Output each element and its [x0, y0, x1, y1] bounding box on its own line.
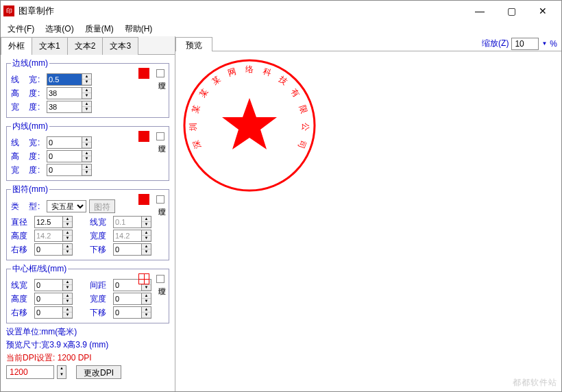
texture-checkbox-center[interactable] [156, 275, 164, 283]
svg-text:络: 络 [245, 64, 254, 74]
svg-text:某: 某 [210, 74, 222, 86]
tab-text3[interactable]: 文本3 [102, 37, 138, 55]
outer-width-spinner[interactable]: ▲▼ [47, 101, 92, 113]
svg-marker-1 [222, 98, 277, 149]
menu-bar: 文件(F) 选项(O) 质量(M) 帮助(H) [1, 21, 561, 36]
symbol-button[interactable]: 图符 [89, 199, 115, 213]
svg-text:科: 科 [262, 66, 273, 78]
dpi-input[interactable] [6, 365, 54, 379]
group-symbol: 图符(mm) 纹理 类 型: 实五星 图符 直径▲▼ 高度▲▼ 右移▲▼ 线宽▲… [6, 184, 169, 260]
zoom-label: 缩放(Z) [482, 38, 509, 49]
svg-text:某: 某 [190, 104, 201, 115]
unit-info: 设置单位:mm(毫米) [6, 326, 169, 338]
svg-text:圳: 圳 [188, 123, 198, 132]
symbol-linewidth-spinner[interactable]: ▲▼ [113, 216, 151, 228]
app-icon: 印 [3, 5, 14, 16]
legend-inner: 内线(mm) [11, 121, 49, 132]
inner-height-spinner[interactable]: ▲▼ [47, 150, 92, 162]
legend-center: 中心框/线(mm) [11, 263, 68, 275]
symbol-diameter-spinner[interactable]: ▲▼ [34, 216, 73, 228]
tab-outer[interactable]: 外框 [1, 37, 32, 55]
inner-width-spinner[interactable]: ▲▼ [47, 164, 92, 176]
symbol-width-spinner[interactable]: ▲▼ [113, 230, 151, 242]
svg-text:限: 限 [297, 104, 309, 115]
texture-checkbox-symbol[interactable] [156, 195, 164, 204]
svg-text:公: 公 [301, 123, 310, 131]
color-swatch-outer[interactable] [138, 68, 149, 79]
preview-area: 深圳某某某网络科技有限公司 都都软件站 [175, 51, 561, 391]
zoom-dropdown-icon[interactable]: ▼ [541, 40, 547, 47]
group-inner-line: 内线(mm) 纹理 线 宽: ▲▼ 高 度: ▲▼ 宽 度: ▲▼ [6, 121, 169, 181]
dpi-info: 当前DPI设置: 1200 DPI [6, 352, 169, 364]
svg-text:技: 技 [276, 73, 289, 86]
svg-text:司: 司 [296, 139, 308, 150]
change-dpi-button[interactable]: 更改DPI [76, 365, 121, 379]
watermark: 都都软件站 [513, 377, 557, 389]
tab-text1[interactable]: 文本1 [32, 37, 68, 55]
stamp-preview: 深圳某某某网络科技有限公司 [181, 57, 318, 194]
zoom-input[interactable] [511, 38, 539, 50]
group-center: 中心框/线(mm) 纹理 线宽▲▼ 高度▲▼ 右移▲▼ 间距▲▼ 宽度▲▼ 下移… [6, 263, 169, 323]
texture-checkbox-inner[interactable] [156, 132, 164, 140]
tab-text2[interactable]: 文本2 [67, 37, 103, 55]
symbol-height-spinner[interactable]: ▲▼ [34, 230, 73, 242]
texture-checkbox-outer[interactable] [156, 69, 164, 77]
maximize-button[interactable]: ▢ [496, 1, 527, 21]
center-cross-icon[interactable] [138, 273, 149, 284]
size-info: 预览尺寸:宽3.9 x高3.9 (mm) [6, 339, 169, 351]
center-right-spinner[interactable]: ▲▼ [34, 306, 73, 319]
window-title: 图章制作 [19, 5, 464, 17]
color-swatch-symbol[interactable] [138, 194, 149, 205]
tab-preview[interactable]: 预览 [175, 37, 212, 51]
svg-text:深: 深 [191, 139, 202, 150]
outer-height-spinner[interactable]: ▲▼ [47, 87, 92, 99]
center-linewidth-spinner[interactable]: ▲▼ [34, 279, 73, 291]
symbol-right-spinner[interactable]: ▲▼ [34, 243, 73, 256]
inner-linewidth-spinner[interactable]: ▲▼ [47, 136, 92, 149]
outer-linewidth-spinner[interactable]: ▲▼ [47, 73, 92, 86]
svg-text:有: 有 [289, 87, 302, 99]
legend-symbol: 图符(mm) [11, 184, 49, 195]
symbol-type-select[interactable]: 实五星 [47, 200, 86, 212]
menu-quality[interactable]: 质量(M) [81, 22, 118, 36]
close-button[interactable]: ✕ [527, 1, 559, 21]
group-outer-line: 边线(mm) 纹理 线 宽: ▲▼ 高 度: ▲▼ 宽 度: ▲▼ [6, 58, 169, 118]
center-height-spinner[interactable]: ▲▼ [34, 293, 73, 305]
menu-file[interactable]: 文件(F) [3, 22, 38, 36]
svg-text:网: 网 [226, 66, 237, 78]
legend-outer: 边线(mm) [11, 58, 49, 69]
zoom-percent: % [550, 39, 557, 49]
color-swatch-inner[interactable] [138, 131, 149, 142]
svg-text:某: 某 [197, 87, 210, 99]
minimize-button[interactable]: — [464, 1, 496, 21]
menu-options[interactable]: 选项(O) [41, 22, 77, 36]
center-down-spinner[interactable]: ▲▼ [113, 306, 151, 319]
menu-help[interactable]: 帮助(H) [121, 22, 157, 36]
symbol-down-spinner[interactable]: ▲▼ [113, 243, 151, 256]
center-width-spinner[interactable]: ▲▼ [113, 293, 151, 305]
